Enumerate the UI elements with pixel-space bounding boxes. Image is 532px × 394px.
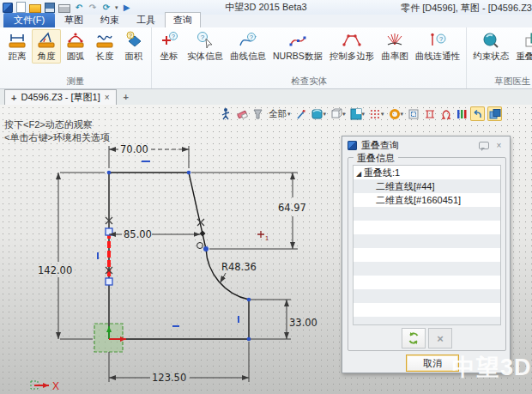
entity-info-button[interactable]: ? 实体信息 [184,29,227,64]
tab-sketch[interactable]: 草图 [57,13,91,27]
distance-label: 距离 [9,51,27,63]
regen-icon[interactable]: ⟳ [101,3,112,13]
cancel-button[interactable]: 取消 [406,355,459,372]
save-icon[interactable] [45,3,55,13]
sketch-profile[interactable] [109,173,249,339]
tree-item-row[interactable]: 二维直线[#1660451] [354,193,500,207]
curvature-plot-button[interactable]: 曲率图 [378,29,412,64]
snap-cross-markers [106,217,204,274]
comment-icon[interactable] [479,142,489,149]
tree-root-label: 重叠线:1 [364,167,400,178]
svg-text:?: ? [250,34,253,40]
curve-connectivity-label: 曲线连通性 [415,51,461,63]
tab-close-icon[interactable]: × [105,93,110,102]
angle-icon [37,31,56,50]
redo-icon[interactable]: ↷ [88,3,98,13]
overlap-inquire-dialog: 重叠查询 × 重叠信息 ◢重叠线:1 二维直线[#44] 二维直线[#16604… [342,136,511,373]
x-axis-label: X [52,380,59,392]
dim-right-upper: 64.97 [278,202,306,214]
tab-constraint[interactable]: 约束 [93,13,127,27]
ribbon-tab-row: 文件(F) 草图 约束 工具 查询 [0,15,532,27]
delete-overlap-button[interactable]: × [428,328,452,349]
entity-info-label: 实体信息 [187,51,223,63]
control-polygon-icon [342,31,362,50]
undo-icon[interactable]: ↶ [74,3,84,13]
dim-radius: R48.36 [221,261,257,273]
length-button[interactable]: 长度 [90,29,119,64]
arc-start-point[interactable] [203,246,209,252]
coordinate-label: 坐标 [160,51,178,63]
area-button[interactable]: ? 面积 [119,29,148,64]
circle-marker [197,243,203,249]
dialog-title-bar[interactable]: 重叠查询 × [342,136,510,154]
dim-bottom: 123.50 [152,372,186,384]
overlap-info-group: 重叠信息 ◢重叠线:1 二维直线[#44] 二维直线[#1660451] × [348,157,506,351]
constraint-status-label: 约束状态 [473,51,509,63]
vertex-points[interactable] [107,171,251,342]
curve-connectivity-icon: ? [427,31,448,50]
reference-point-label: 1 [265,234,269,242]
dim-top: 70.00 [120,143,148,155]
distance-icon [8,31,27,50]
area-label: 面积 [125,51,143,63]
constraint-status-icon [481,31,501,50]
distance-button[interactable]: 距离 [3,29,32,64]
delete-icon: × [437,332,444,345]
ribbon-group-measure: 距离 角度 圆弧 长度 ? 面积 测量 [0,27,152,88]
open-file-icon[interactable] [29,4,41,13]
tree-item-row[interactable]: 二维直线[#44] [354,179,500,193]
constraint-markers [98,161,239,326]
tab-file[interactable]: 文件(F) [3,13,55,27]
svg-text:?: ? [129,33,132,39]
group-label-check-entity: 检查实体 [154,74,463,88]
dimension-labels[interactable]: 70.00 64.97 85.00 142.00 R48.36 33.00 12… [38,143,317,384]
tree-root-row[interactable]: ◢重叠线:1 [354,166,500,179]
new-file-icon[interactable] [16,2,26,13]
new-tab-button[interactable]: + [117,89,136,105]
curve-connectivity-button[interactable]: ? 曲线连通性 [412,29,464,64]
ribbon: 距离 角度 圆弧 长度 ? 面积 测量 [0,27,532,89]
group-label-measure: 测量 [3,74,148,88]
print-icon[interactable] [58,4,70,13]
group-label-sketch-doctor: 草图医生 [469,74,532,88]
overlap-inquire-button[interactable]: 重叠查询 [512,29,532,64]
document-tab-label: D4596.Z3 - [草图1] [21,91,100,104]
curvature-plot-icon [384,31,405,50]
ribbon-group-check-entity: ? 坐标 ? 实体信息 ? 曲线信息 NURBS数据 控制多边形 [152,27,467,88]
nurbs-data-button[interactable]: NURBS数据 [269,29,326,64]
ribbon-group-sketch-doctor: 约束状态 重叠查询 草图医生 [467,27,532,88]
arc-icon [66,31,85,50]
overlap-tree-list[interactable]: ◢重叠线:1 二维直线[#44] 二维直线[#1660451] [353,165,501,325]
curve-info-label: 曲线信息 [230,51,266,63]
dialog-title: 重叠查询 [361,139,475,152]
sketch-viewport[interactable]: 全部 ▾ ▾ ▾ ▾ ▾ ▾ 按下<F2>动态的观察 <单击右键>环境相关选项 [0,105,532,394]
svg-text:?: ? [172,33,175,39]
angle-label: 角度 [38,51,56,63]
dialog-action-row: × [348,328,505,349]
regenerate-button[interactable] [402,328,426,349]
constraint-status-button[interactable]: 约束状态 [469,29,512,64]
coordinate-icon: ? [159,31,179,50]
tab-plus-icon: + [11,93,16,103]
curve-info-icon: ? [238,31,258,50]
entity-info-icon: ? [195,31,215,50]
play-icon[interactable]: ▶ [122,3,132,13]
reference-point-marker: 1 [257,231,269,242]
tab-inquire[interactable]: 查询 [165,12,201,27]
dim-right-lower: 33.00 [289,317,317,329]
coordinate-button[interactable]: ? 坐标 [154,29,184,64]
tree-expanded-icon[interactable]: ◢ [354,167,364,181]
control-polygon-button[interactable]: 控制多边形 [326,29,378,64]
fillet-arc[interactable] [206,249,249,300]
curvature-plot-label: 曲率图 [381,51,408,63]
slant-line[interactable] [189,173,206,249]
tab-tools[interactable]: 工具 [129,13,163,27]
app-logo-icon[interactable] [3,3,13,13]
nurbs-data-label: NURBS数据 [273,51,323,63]
dialog-close-icon[interactable]: × [493,141,505,150]
angle-button[interactable]: 角度 [32,29,61,64]
document-tab-active[interactable]: + D4596.Z3 - [草图1] × [4,89,117,105]
arc-button[interactable]: 圆弧 [61,29,90,64]
curve-info-button[interactable]: ? 曲线信息 [227,29,269,64]
qat-dropdown-caret[interactable]: ▾ [115,4,118,11]
